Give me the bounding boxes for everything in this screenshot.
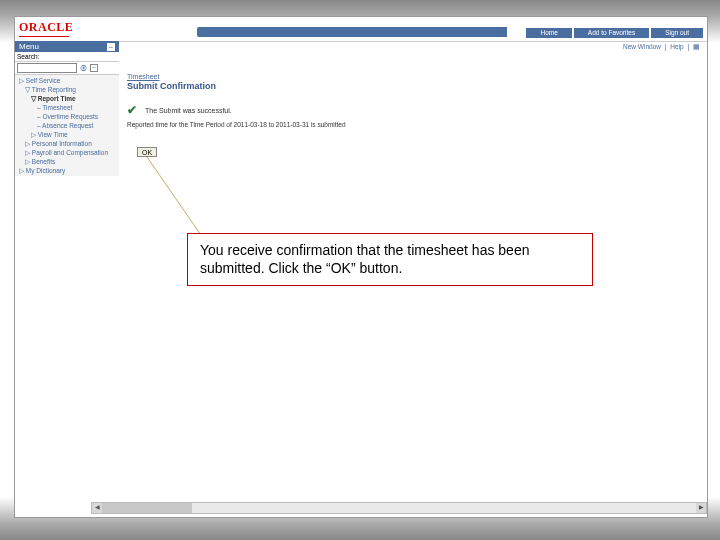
divider: | [688, 43, 692, 50]
instruction-callout: You receive confirmation that the timesh… [187, 233, 593, 286]
menu-my-dictionary[interactable]: ▷ My Dictionary [17, 166, 117, 175]
nav-fill [197, 27, 507, 37]
menu-report-time[interactable]: ▽ Report Time [17, 94, 117, 103]
horizontal-scrollbar[interactable]: ◀ ▶ [91, 502, 707, 514]
nav-add-favorites[interactable]: Add to Favorites [574, 28, 649, 38]
menu-search-row: Search: [15, 52, 119, 62]
main-content: Timesheet Submit Confirmation ✔ The Subm… [127, 73, 687, 128]
app-window: ORACLE Home Add to Favorites Sign out Ne… [14, 16, 708, 518]
scroll-thumb[interactable] [102, 503, 192, 513]
confirm-detail: Reported time for the Time Period of 201… [127, 121, 687, 128]
sidebar-menu: Menu – Search: ⦿ – ▷ Self Service ▽ Time… [15, 41, 119, 176]
nav-home[interactable]: Home [526, 28, 571, 38]
scroll-left-icon[interactable]: ◀ [92, 503, 102, 513]
menu-absence-request[interactable]: – Absence Request [17, 121, 117, 130]
scroll-track[interactable] [102, 503, 696, 513]
link-new-window[interactable]: New Window [623, 43, 661, 50]
menu-search-input-row: ⦿ – [15, 62, 119, 75]
checkmark-icon: ✔ [127, 103, 137, 117]
menu-title-text: Menu [19, 42, 39, 51]
menu-header: Menu – [15, 41, 119, 52]
menu-timesheet[interactable]: – Timesheet [17, 103, 117, 112]
divider: | [665, 43, 669, 50]
menu-payroll-comp[interactable]: ▷ Payroll and Compensation [17, 148, 117, 157]
callout-text: You receive confirmation that the timesh… [200, 242, 529, 276]
search-go-icon[interactable]: ⦿ [80, 65, 87, 72]
nav-sign-out[interactable]: Sign out [651, 28, 703, 38]
menu-collapse-all-icon[interactable]: – [90, 64, 98, 72]
top-links: New Window | Help | ▦ [622, 43, 701, 51]
menu-view-time[interactable]: ▷ View Time [17, 130, 117, 139]
ok-button[interactable]: OK [137, 147, 157, 157]
svg-line-0 [147, 157, 201, 235]
search-label: Search: [17, 53, 39, 60]
confirmation-row: ✔ The Submit was successful. [127, 103, 687, 117]
header-bar: ORACLE Home Add to Favorites Sign out [15, 17, 707, 42]
oracle-logo: ORACLE [19, 20, 73, 35]
menu-tree: ▷ Self Service ▽ Time Reporting ▽ Report… [15, 75, 119, 176]
scroll-right-icon[interactable]: ▶ [696, 503, 706, 513]
collapse-menu-icon[interactable]: – [107, 43, 115, 51]
customize-icon[interactable]: ▦ [693, 43, 700, 50]
menu-time-reporting[interactable]: ▽ Time Reporting [17, 85, 117, 94]
confirm-message: The Submit was successful. [145, 107, 232, 114]
menu-self-service[interactable]: ▷ Self Service [17, 76, 117, 85]
page-title: Submit Confirmation [127, 81, 687, 91]
menu-overtime-requests[interactable]: – Overtime Requests [17, 112, 117, 121]
menu-benefits[interactable]: ▷ Benefits [17, 157, 117, 166]
breadcrumb-timesheet[interactable]: Timesheet [127, 73, 687, 80]
link-help[interactable]: Help [670, 43, 683, 50]
nav-bar: Home Add to Favorites Sign out [524, 27, 703, 38]
menu-search-input[interactable] [17, 63, 77, 73]
menu-personal-info[interactable]: ▷ Personal Information [17, 139, 117, 148]
